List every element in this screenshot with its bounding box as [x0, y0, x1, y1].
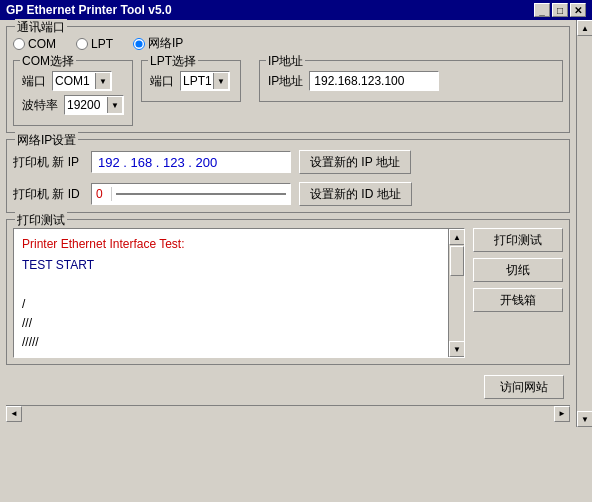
network-ip-group: 网络IP设置 打印机 新 IP 192 . 168 . 123 . 200 设置… — [6, 139, 570, 213]
output-line-2: TEST START — [22, 256, 456, 275]
set-ip-button[interactable]: 设置新的 IP 地址 — [299, 150, 411, 174]
app-window: GP Ethernet Printer Tool v5.0 _ □ ✕ 通讯端口… — [0, 0, 592, 427]
right-scroll-up-button[interactable]: ▲ — [577, 20, 592, 36]
new-id-input[interactable]: 0 — [91, 183, 291, 205]
new-ip-input[interactable]: 192 . 168 . 123 . 200 — [91, 151, 291, 173]
output-line-empty — [22, 275, 456, 294]
right-scroll-track — [577, 36, 592, 411]
cut-paper-button[interactable]: 切纸 — [473, 258, 563, 282]
output-scrollbar-v: ▲ ▼ — [448, 229, 464, 357]
baud-rate-label: 波特率 — [22, 97, 58, 114]
com-radio-item[interactable]: COM — [13, 35, 56, 52]
lpt-radio-label: LPT — [91, 37, 113, 51]
network-ip-radio-item[interactable]: 网络IP — [133, 35, 183, 52]
lpt-radio-item[interactable]: LPT — [76, 35, 113, 52]
com-select-label: COM选择 — [20, 53, 76, 70]
scroll-track — [449, 245, 464, 341]
scroll-down-button[interactable]: ▼ — [449, 341, 465, 357]
new-id-value-red: 0 — [92, 187, 112, 201]
print-buttons: 打印测试 切纸 开钱箱 — [473, 228, 563, 358]
lpt-port-select[interactable]: LPT1 LPT2 — [180, 71, 230, 91]
scroll-up-button[interactable]: ▲ — [449, 229, 465, 245]
window-title: GP Ethernet Printer Tool v5.0 — [6, 3, 172, 17]
ip-address-group-label: IP地址 — [266, 53, 305, 70]
com-radio-label: COM — [28, 37, 56, 51]
print-output: Printer Ethernet Interface Test: TEST ST… — [13, 228, 465, 358]
bottom-bar: 访问网站 — [6, 371, 570, 403]
radio-group: COM LPT 网络IP — [13, 35, 563, 52]
right-scroll-down-button[interactable]: ▼ — [577, 411, 592, 427]
network-ip-radio[interactable] — [133, 38, 145, 50]
open-drawer-button[interactable]: 开钱箱 — [473, 288, 563, 312]
lpt-port-select-wrapper[interactable]: LPT1 LPT2 — [180, 71, 230, 91]
ip-address-field-label: IP地址 — [268, 73, 303, 90]
lpt-select-group: LPT选择 端口 LPT1 LPT2 — [141, 60, 241, 102]
network-ip-radio-label: 网络IP — [148, 35, 183, 52]
com-select-group: COM选择 端口 COM1 COM2 COM3 — [13, 60, 133, 126]
scroll-right-button[interactable]: ► — [554, 406, 570, 422]
print-test-group: 打印测试 Printer Ethernet Interface Test: TE… — [6, 219, 570, 365]
scroll-left-button[interactable]: ◄ — [6, 406, 22, 422]
lpt-radio[interactable] — [76, 38, 88, 50]
visit-website-button[interactable]: 访问网站 — [484, 375, 564, 399]
lpt-select-label: LPT选择 — [148, 53, 198, 70]
title-bar-buttons: _ □ ✕ — [534, 3, 586, 17]
com-port-select[interactable]: COM1 COM2 COM3 — [52, 71, 112, 91]
comm-port-group: 通讯端口 COM LPT 网络IP — [6, 26, 570, 133]
baud-rate-select[interactable]: 19200 9600 38400 115200 — [64, 95, 124, 115]
id-slider-track[interactable] — [116, 193, 286, 195]
ip-address-input[interactable] — [309, 71, 439, 91]
new-id-slider-area[interactable] — [112, 193, 290, 195]
print-test-label: 打印测试 — [15, 212, 67, 229]
com-port-select-wrapper[interactable]: COM1 COM2 COM3 — [52, 71, 112, 91]
output-line-slash5: ///// — [22, 333, 456, 352]
set-id-button[interactable]: 设置新的 ID 地址 — [299, 182, 412, 206]
output-line-slash1: / — [22, 295, 456, 314]
print-test-button[interactable]: 打印测试 — [473, 228, 563, 252]
print-output-inner: Printer Ethernet Interface Test: TEST ST… — [14, 229, 464, 357]
output-line-slash3: /// — [22, 314, 456, 333]
new-ip-label: 打印机 新 IP — [13, 154, 83, 171]
comm-port-label: 通讯端口 — [15, 19, 67, 36]
scroll-thumb[interactable] — [450, 246, 464, 276]
lpt-port-label: 端口 — [150, 73, 174, 90]
new-id-label: 打印机 新 ID — [13, 186, 83, 203]
ip-address-group: IP地址 IP地址 — [259, 60, 563, 102]
minimize-button[interactable]: _ — [534, 3, 550, 17]
title-bar: GP Ethernet Printer Tool v5.0 _ □ ✕ — [0, 0, 592, 20]
com-radio[interactable] — [13, 38, 25, 50]
maximize-button[interactable]: □ — [552, 3, 568, 17]
right-scrollbar-v: ▲ ▼ — [576, 20, 592, 427]
network-ip-group-label: 网络IP设置 — [15, 132, 78, 149]
output-line-0: Printer Ethernet Interface Test: — [22, 235, 456, 254]
bottom-scrollbar-h: ◄ ► — [6, 405, 570, 421]
com-port-label: 端口 — [22, 73, 46, 90]
baud-rate-select-wrapper[interactable]: 19200 9600 38400 115200 — [64, 95, 124, 115]
close-button[interactable]: ✕ — [570, 3, 586, 17]
